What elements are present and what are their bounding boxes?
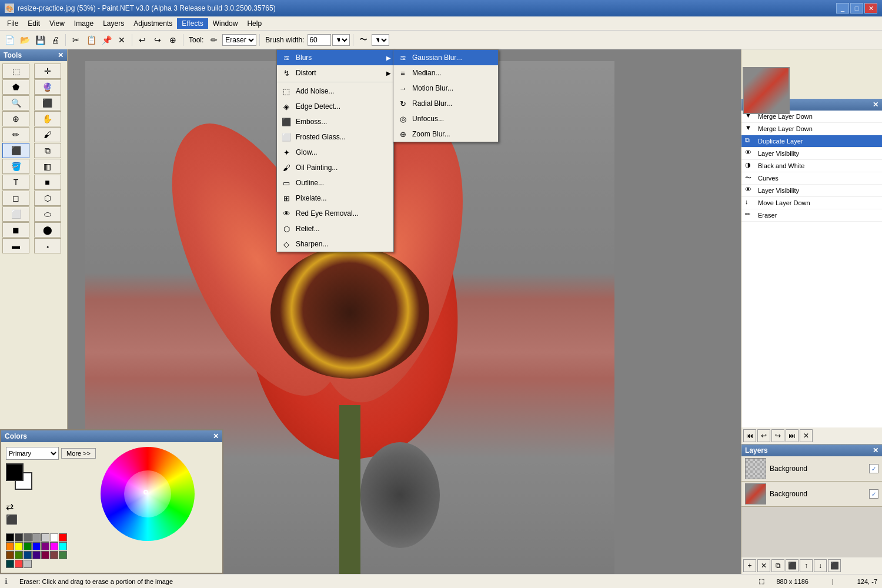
colors-close-icon[interactable]: ✕ [213,432,219,440]
history-item[interactable]: 👁 Layer Visibility [741,148,882,160]
tb-new[interactable]: 📄 [2,33,16,47]
tb-redo[interactable]: ↪ [151,33,165,47]
effects-menu-item-red-eye[interactable]: 👁 Red Eye Removal... [277,206,393,221]
blurs-submenu-item-zoom[interactable]: ⊕ Zoom Blur... [393,126,498,142]
palette-swatch[interactable] [24,542,32,550]
layer-visibility-check[interactable]: ✓ [869,489,878,499]
blurs-submenu-item-unfocus[interactable]: ◎ Unfocus... [393,111,498,126]
palette-swatch[interactable] [15,542,23,550]
brush-style-dropdown[interactable]: ▼ [372,34,389,46]
more-button[interactable]: More >> [61,448,96,459]
tool-eraser[interactable]: ⬛ [2,143,29,158]
tb-undo[interactable]: ↩ [135,33,149,47]
tb-zoom-extra[interactable]: ⊕ [166,33,180,47]
tool-gradient[interactable]: ▥ [34,159,61,174]
palette-swatch[interactable] [41,533,49,542]
minimize-button[interactable]: _ [836,3,849,14]
tool-rectangle-select[interactable]: ⬚ [2,64,29,79]
palette-swatch[interactable] [6,560,14,568]
menu-edit[interactable]: Edit [23,18,45,29]
tool-brush[interactable]: 🖌 [34,127,61,142]
blurs-submenu-item-motion[interactable]: → Motion Blur... [393,81,498,96]
layer-properties-btn[interactable]: ⬛ [828,559,841,572]
tool-freeform[interactable]: ⬡ [34,191,61,206]
tool-lasso[interactable]: ⬟ [2,79,29,95]
effects-menu-item-frosted-glass[interactable]: ⬜ Frosted Glass... [277,129,393,145]
effects-menu-item-glow[interactable]: ✦ Glow... [277,145,393,160]
menu-adjustments[interactable]: Adjustments [129,18,177,29]
layer-move-up-btn[interactable]: ↑ [800,559,813,572]
palette-swatch[interactable] [50,551,58,559]
palette-swatch[interactable] [24,551,32,559]
history-item[interactable]: ✏ Eraser [741,209,882,222]
palette-swatch[interactable] [59,551,67,559]
layer-item[interactable]: Background ✓ [741,456,882,482]
layer-duplicate-btn[interactable]: ⧉ [771,559,784,572]
tb-copy[interactable]: 📋 [84,33,98,47]
tool-pan[interactable]: ✋ [34,111,61,126]
brush-width-input[interactable] [308,34,331,46]
effects-menu-item-sharpen[interactable]: ◇ Sharpen... [277,236,393,252]
palette-swatch[interactable] [6,533,14,542]
palette-swatch[interactable] [41,542,49,550]
layer-item[interactable]: Background ✓ [741,482,882,507]
layer-add-btn[interactable]: + [743,559,756,572]
history-first-btn[interactable]: ⏮ [743,429,756,442]
tool-curve[interactable]: ⬭ [34,206,61,222]
history-item[interactable]: ◑ Black and White [741,160,882,172]
palette-swatch[interactable] [24,560,32,568]
palette-swatch[interactable] [6,542,14,550]
menu-effects[interactable]: Effects [177,18,208,29]
tool-magic-wand[interactable]: 🔮 [34,79,61,95]
tool-text[interactable]: T [2,175,29,190]
history-item[interactable]: 〜 Curves [741,172,882,185]
color-wheel-container[interactable] [101,447,218,568]
palette-swatch[interactable] [50,542,58,550]
history-list[interactable]: ▼ Merge Layer Down ▼ Merge Layer Down ⧉ … [741,111,882,427]
effects-menu-item-edge-detect[interactable]: ◈ Edge Detect... [277,99,393,114]
layers-close-icon[interactable]: ✕ [873,446,878,455]
menu-window[interactable]: Window [208,18,243,29]
brush-size-dropdown[interactable]: ▼ [332,34,350,46]
palette-swatch[interactable] [32,551,41,559]
layer-merge-btn[interactable]: ⬛ [786,559,799,572]
effects-menu-item-blurs[interactable]: ≋ Blurs ▶ [277,50,393,65]
tb-paste[interactable]: 📌 [99,33,113,47]
history-clear-btn[interactable]: ✕ [800,429,813,442]
palette-swatch[interactable] [32,533,41,542]
tb-print[interactable]: 🖨 [48,33,62,47]
maximize-button[interactable]: □ [850,3,863,14]
close-button[interactable]: ✕ [864,3,877,14]
blurs-submenu-item-median[interactable]: ≡ Median... [393,65,498,81]
tool-pencil[interactable]: ✏ [2,127,29,142]
tool-paint-bucket[interactable]: 🪣 [2,159,29,174]
history-item[interactable]: ↓ Move Layer Down [741,197,882,209]
history-undo-btn[interactable]: ↩ [757,429,770,442]
blurs-submenu-item-gaussian[interactable]: ≋ Gaussian Blur... [393,50,498,65]
layers-list[interactable]: Background ✓ Background ✓ [741,456,882,557]
tb-open[interactable]: 📂 [18,33,32,47]
tool-round-rect[interactable]: ▬ [2,238,29,253]
tool-zoom-out[interactable]: ⬛ [34,95,61,111]
color-type-select[interactable]: Primary Secondary [6,447,59,460]
menu-file[interactable]: File [2,18,23,29]
tools-close-icon[interactable]: ✕ [58,51,64,59]
effects-menu-item-outline[interactable]: ▭ Outline... [277,175,393,191]
tool-ellipse[interactable]: ⬤ [34,222,61,238]
history-item-selected[interactable]: ⧉ Duplicate Layer [741,135,882,148]
history-last-btn[interactable]: ⏭ [786,429,799,442]
history-redo-btn[interactable]: ↪ [771,429,784,442]
reset-colors-icon[interactable]: ⬛ [6,514,96,525]
tb-save[interactable]: 💾 [33,33,47,47]
tool-shapes[interactable]: ■ [34,175,61,190]
blurs-submenu-item-radial[interactable]: ↻ Radial Blur... [393,96,498,111]
palette-swatch[interactable] [41,551,49,559]
history-item[interactable]: 👁 Layer Visibility [741,185,882,197]
effects-menu-item-relief[interactable]: ⬡ Relief... [277,221,393,236]
tool-color-picker[interactable]: ⊕ [2,111,29,126]
palette-swatch[interactable] [59,533,67,542]
palette-swatch[interactable] [15,560,23,568]
palette-swatch[interactable] [50,533,58,542]
menu-view[interactable]: View [45,18,69,29]
tool-dropdown[interactable]: Eraser [222,34,256,46]
